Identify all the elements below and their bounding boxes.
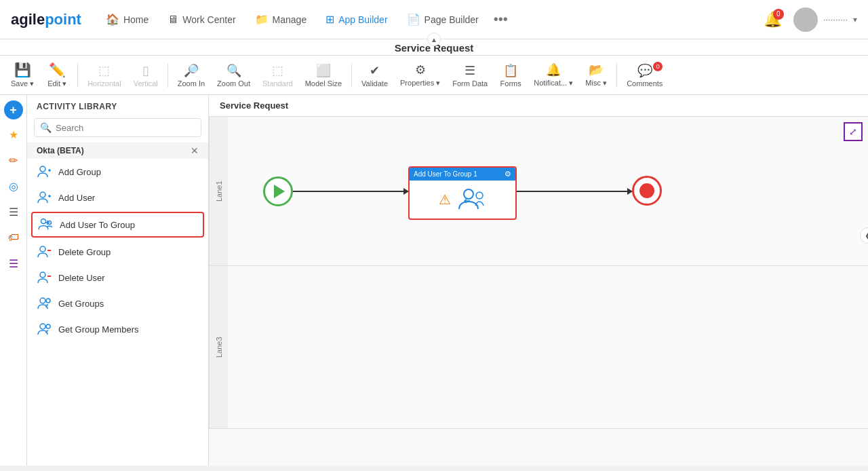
logo-point: point: [45, 11, 81, 28]
logo-agile: agile: [11, 11, 45, 28]
user-menu[interactable]: ·········· ▾: [793, 7, 857, 32]
form-data-button[interactable]: ☰ Form Data: [447, 60, 493, 90]
chevron-down-icon: ▾: [853, 15, 857, 24]
misc-button[interactable]: 📂 Misc ▾: [580, 60, 612, 90]
activity-gear-icon[interactable]: ⚙: [505, 170, 511, 178]
search-input[interactable]: [56, 123, 195, 133]
add-user-label: Add User: [58, 193, 95, 203]
lane-3-label: Lane3: [209, 266, 228, 428]
zoom-out-icon: 🔍: [226, 63, 241, 78]
forms-label: Forms: [500, 79, 521, 88]
pagebuilder-icon: 📄: [407, 13, 420, 26]
activity-item-add-group[interactable]: Add Group: [27, 159, 208, 185]
svg-point-16: [40, 324, 45, 329]
comments-label: Comments: [627, 79, 663, 88]
get-groups-icon: [37, 296, 52, 311]
circle-button[interactable]: ◎: [3, 175, 24, 197]
collapse-arrow-button[interactable]: ▲: [427, 33, 441, 46]
svg-point-19: [476, 192, 483, 199]
zoom-out-button[interactable]: 🔍 Zoom Out: [212, 60, 256, 90]
svg-point-17: [46, 324, 50, 328]
notification-button[interactable]: 🔔 0: [761, 7, 785, 32]
nav-appbuilder-label: App Builder: [338, 14, 387, 25]
save-label: Save ▾: [11, 79, 34, 88]
edit-button[interactable]: ✏️ Edit ▾: [41, 59, 73, 91]
tag-button[interactable]: 🏷: [3, 227, 24, 248]
comments-button[interactable]: 💬 0 Comments: [621, 60, 668, 90]
monitor-icon: 🖥: [167, 14, 178, 26]
nav-manage[interactable]: 📁 Manage: [247, 9, 315, 30]
toolbar-separator-2: [167, 63, 168, 88]
horizontal-button[interactable]: ⬚ Horizontal: [82, 60, 127, 90]
nav-pagebuilder-label: Page Builder: [425, 14, 479, 25]
activity-item-get-group-members[interactable]: Get Group Members: [27, 316, 208, 342]
canvas-area: Service Request Lane1 Add User To Group …: [209, 95, 868, 466]
model-size-button[interactable]: ⬜ Model Size: [300, 60, 347, 90]
zoom-out-label: Zoom Out: [217, 79, 250, 88]
workflow-canvas[interactable]: Lane1 Add User To Group 1 ⚙ ⚠: [209, 117, 868, 463]
notifications-button[interactable]: 🔔 Notificat... ▾: [528, 60, 578, 90]
delete-user-icon: [37, 270, 52, 285]
expand-icon: ⤢: [849, 126, 857, 137]
properties-button[interactable]: ⚙ Properties ▾: [395, 60, 446, 90]
get-group-members-label: Get Group Members: [58, 324, 139, 335]
add-group-label: Add Group: [58, 167, 101, 177]
lane-1-label: Lane1: [209, 117, 228, 265]
svg-point-15: [46, 299, 50, 303]
nav-right: 🔔 0 ·········· ▾: [761, 7, 857, 32]
standard-button[interactable]: ⬚ Standard: [257, 60, 298, 90]
end-node[interactable]: [632, 176, 662, 206]
delete-group-label: Delete Group: [58, 247, 111, 257]
vertical-icon: ▯: [142, 63, 149, 78]
search-box[interactable]: 🔍: [34, 118, 201, 137]
activity-item-delete-group[interactable]: Delete Group: [27, 239, 208, 265]
validate-button[interactable]: ✔ Validate: [356, 60, 393, 90]
activity-item-add-user-to-group[interactable]: Add User To Group: [31, 212, 204, 238]
save-button[interactable]: 💾 Save ▾: [5, 59, 39, 91]
service-title-bar: ▲ Service Request: [0, 39, 868, 56]
play-icon: [274, 185, 285, 198]
pen-tool-button[interactable]: ✏: [3, 149, 24, 171]
horizontal-icon: ⬚: [98, 63, 110, 78]
warning-icon: ⚠: [439, 191, 451, 208]
misc-icon: 📂: [589, 62, 604, 77]
purple-list-button[interactable]: ☰: [3, 252, 24, 274]
add-user-to-group-icon: [38, 217, 53, 232]
activity-node-add-user-to-group[interactable]: Add User To Group 1 ⚙ ⚠: [408, 166, 517, 220]
activity-panel-header: ACTIVITY LIBRARY: [27, 95, 208, 115]
activity-item-delete-user[interactable]: Delete User: [27, 265, 208, 290]
activity-node-body: ⚠: [410, 181, 515, 219]
section-header-okta: Okta (BETA) ✕: [27, 143, 208, 159]
okta-section-title: Okta (BETA): [37, 146, 84, 155]
get-groups-label: Get Groups: [58, 299, 104, 309]
form-data-icon: ☰: [465, 63, 475, 78]
nav-appbuilder[interactable]: ⊞ App Builder: [317, 9, 395, 30]
add-user-icon: [37, 190, 52, 205]
nav-home-label: Home: [123, 14, 149, 25]
svg-point-0: [40, 166, 45, 172]
edit-icon: ✏️: [49, 62, 66, 78]
favorites-button[interactable]: ★: [3, 124, 24, 145]
activity-item-add-user[interactable]: Add User: [27, 185, 208, 210]
activity-node-header: Add User To Group 1 ⚙: [410, 168, 515, 181]
get-group-members-icon: [37, 322, 52, 337]
expand-canvas-button[interactable]: ⤢: [844, 122, 863, 141]
activity-item-get-groups[interactable]: Get Groups: [27, 290, 208, 316]
forms-icon: 📋: [503, 63, 518, 78]
list-button[interactable]: ☰: [3, 201, 24, 223]
search-icon: 🔍: [40, 122, 52, 133]
add-user-to-group-label: Add User To Group: [60, 220, 135, 230]
nav-pagebuilder[interactable]: 📄 Page Builder: [399, 9, 487, 30]
nav-workcenter[interactable]: 🖥 Work Center: [159, 10, 243, 30]
section-close-icon[interactable]: ✕: [191, 145, 199, 156]
vertical-button[interactable]: ▯ Vertical: [128, 60, 163, 90]
more-menu-button[interactable]: •••: [490, 7, 512, 31]
add-activity-button[interactable]: +: [4, 100, 23, 119]
nav-manage-label: Manage: [273, 14, 307, 25]
nav-home[interactable]: 🏠 Home: [98, 9, 157, 30]
svg-point-14: [40, 298, 45, 303]
standard-icon: ⬚: [272, 63, 283, 78]
forms-button[interactable]: 📋 Forms: [494, 60, 527, 90]
zoom-in-button[interactable]: 🔎 Zoom In: [172, 60, 210, 90]
start-node[interactable]: [263, 176, 293, 206]
